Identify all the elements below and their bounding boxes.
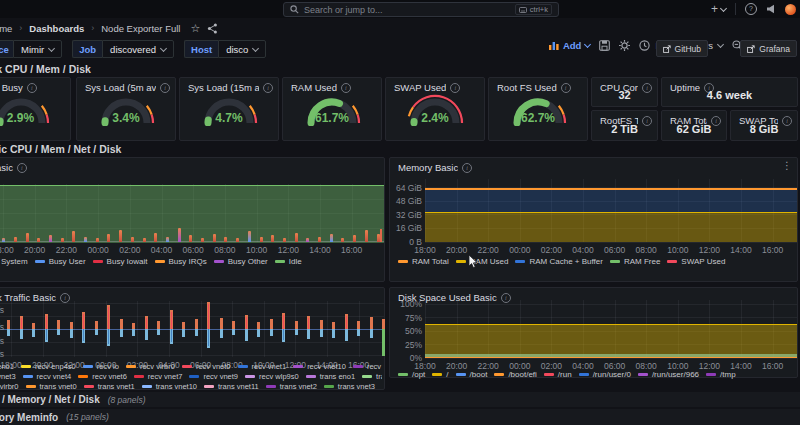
legend-item[interactable]: recv eno1: [0, 362, 14, 371]
panel-ram-used: RAM Usedi 61.7%: [282, 77, 382, 141]
gridline-v: [137, 301, 138, 357]
legend-series-color: [245, 375, 255, 378]
legend-item[interactable]: recv enp4s0: [21, 362, 76, 371]
legend-item[interactable]: /boot: [456, 370, 488, 379]
legend-item[interactable]: trans vnet2: [266, 382, 317, 391]
legend-item[interactable]: recv vnet10: [293, 362, 346, 371]
legend-item[interactable]: /: [432, 370, 448, 379]
legend-item[interactable]: recv wlp9s0: [245, 372, 299, 381]
cpu-busy-spike: [84, 237, 87, 242]
legend-item[interactable]: recv virbr0: [126, 362, 175, 371]
legend-item[interactable]: Busy Other: [214, 257, 268, 266]
legend-item[interactable]: recv vnet1: [238, 362, 287, 371]
tick-label: 20:00: [443, 245, 471, 255]
legend-item[interactable]: Idle: [275, 257, 302, 266]
tick-label: 04:00: [569, 245, 597, 255]
grafana-link-button[interactable]: Grafana: [740, 40, 797, 57]
legend-item[interactable]: /boot/efi: [494, 370, 536, 379]
legend-item[interactable]: /run/user/966: [638, 370, 699, 379]
breadcrumb: Home › Dashboards › Node Exporter Full ☆: [0, 19, 218, 37]
info-icon[interactable]: i: [462, 163, 472, 173]
legend-item[interactable]: RAM Free: [610, 257, 660, 266]
legend-item[interactable]: trans vnet3: [324, 382, 375, 391]
trans-spike: [182, 329, 185, 337]
legend-item[interactable]: recv vnet0: [182, 362, 231, 371]
legend-series-color: [266, 385, 276, 388]
info-icon[interactable]: i: [263, 83, 273, 93]
variable-value-dropdown[interactable]: discovered: [102, 40, 174, 58]
avatar[interactable]: [785, 4, 796, 15]
tick-label: 10:00: [243, 245, 271, 255]
legend-item[interactable]: recv vnet3: [0, 372, 16, 381]
legend-item[interactable]: Busy IRQs: [155, 257, 207, 266]
legend-item[interactable]: RAM Cache + Buffer: [515, 257, 602, 266]
star-icon[interactable]: ☆: [190, 22, 200, 35]
info-icon[interactable]: i: [17, 163, 27, 173]
legend-item[interactable]: recv lo: [83, 362, 119, 371]
legend-item[interactable]: /opt: [398, 370, 425, 379]
legend-series-color: [362, 375, 372, 378]
legend-item[interactable]: Busy System: [0, 257, 28, 266]
trans-spike: [157, 329, 160, 335]
legend-item[interactable]: trans enp4s0: [362, 372, 382, 381]
legend-item[interactable]: /run/user/0: [579, 370, 631, 379]
legend-item[interactable]: trans eno1: [306, 372, 355, 381]
legend-item[interactable]: recv vnet11: [353, 362, 382, 371]
panel-title[interactable]: CPU Basici: [0, 161, 379, 174]
legend-item[interactable]: Busy Iowait: [93, 257, 148, 266]
info-icon[interactable]: i: [160, 83, 170, 93]
legend-item[interactable]: recv vnet6: [78, 372, 127, 381]
legend-item[interactable]: SWAP Used: [667, 257, 725, 266]
recv-spike-core: [83, 314, 84, 329]
legend-series-color: [23, 375, 33, 378]
legend-item[interactable]: /run: [544, 370, 572, 379]
cpu-busy-spike: [131, 237, 134, 242]
share-icon[interactable]: [207, 23, 218, 34]
legend-item[interactable]: RAM Used: [456, 257, 509, 266]
tick-label: 08:00: [211, 245, 239, 255]
gridline-v: [11, 301, 12, 357]
legend-item[interactable]: Busy User: [35, 257, 86, 266]
row-header-quick[interactable]: Quick CPU / Mem / Disk: [0, 63, 91, 75]
recv-spike: [120, 319, 123, 329]
add-menu-button[interactable]: +: [711, 2, 726, 16]
cpu-busy-spike: [341, 238, 344, 242]
tick-label: 16:00: [338, 245, 366, 255]
tick-label: 0 b/s: [0, 322, 4, 332]
panel-sys-load-15m: Sys Load (15m avg)i 4.7%: [179, 77, 279, 141]
variable-value-dropdown[interactable]: Mimir: [13, 40, 62, 58]
variable-value-dropdown[interactable]: disco: [218, 40, 266, 58]
legend-item[interactable]: RAM Total: [398, 257, 449, 266]
search-input[interactable]: Search or jump to... ctrl+k: [283, 2, 559, 17]
tick-label: 25%: [392, 340, 422, 350]
legend-item[interactable]: recv vnet9: [189, 372, 238, 381]
collapsed-row-memory-meminfo[interactable]: Memory Meminfo (15 panels): [0, 409, 800, 425]
legend-item[interactable]: trans vnet11: [204, 382, 259, 391]
tick-label: 16:00: [759, 245, 787, 255]
legend-series-color: [544, 373, 554, 376]
collapsed-row-cpu-memory-net-disk[interactable]: CPU / Memory / Net / Disk (8 panels): [0, 392, 800, 407]
breadcrumb-dashboards[interactable]: Dashboards: [29, 23, 84, 34]
recv-spike: [320, 320, 323, 329]
legend-series-color: [189, 375, 199, 378]
legend-item[interactable]: /tmp: [706, 370, 736, 379]
legend-item[interactable]: trans vnet0: [26, 382, 77, 391]
panel-menu-kebab-icon[interactable]: ⋮: [782, 161, 792, 171]
row-header-basic[interactable]: Basic CPU / Mem / Net / Disk: [0, 143, 121, 155]
tick-label: 00:00: [506, 245, 534, 255]
cpu-busy-spike: [236, 238, 239, 242]
help-icon[interactable]: ?: [745, 3, 757, 15]
news-megaphone-icon[interactable]: [766, 4, 776, 14]
recv-spike: [95, 321, 98, 329]
shortcut-badge: ctrl+k: [515, 4, 552, 15]
legend-item[interactable]: trans vnet10: [142, 382, 197, 391]
github-link-button[interactable]: GitHub: [656, 40, 708, 57]
recv-spike-core: [346, 316, 347, 329]
legend-item[interactable]: trans vnet1: [84, 382, 135, 391]
legend-item[interactable]: recv vnet7: [134, 372, 183, 381]
panel-title[interactable]: Memory Basici: [398, 161, 783, 174]
legend-item[interactable]: trans virbr0: [0, 382, 19, 391]
trans-spike: [332, 329, 335, 338]
breadcrumb-home[interactable]: Home: [0, 23, 12, 34]
legend-item[interactable]: recv vnet4: [23, 372, 72, 381]
